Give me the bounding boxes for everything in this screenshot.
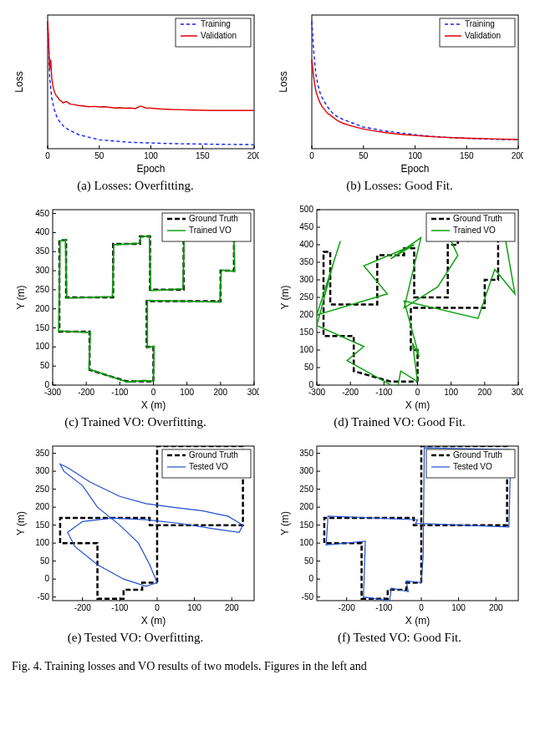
caption-a: (a) Losses: Overfitting. xyxy=(77,179,194,193)
svg-text:Tested VO: Tested VO xyxy=(189,462,228,471)
svg-text:200: 200 xyxy=(299,502,313,511)
svg-text:Training: Training xyxy=(201,19,231,28)
svg-text:200: 200 xyxy=(511,151,522,160)
caption-d: (d) Trained VO: Good Fit. xyxy=(334,415,466,429)
svg-text:-100: -100 xyxy=(111,603,128,612)
svg-text:-50: -50 xyxy=(301,592,313,601)
svg-text:150: 150 xyxy=(35,520,49,530)
caption-b: (b) Losses: Good Fit. xyxy=(346,179,453,193)
svg-text:100: 100 xyxy=(299,345,313,354)
svg-text:X (m): X (m) xyxy=(140,399,165,411)
svg-text:250: 250 xyxy=(299,485,313,494)
svg-text:500: 500 xyxy=(299,205,313,214)
svg-text:300: 300 xyxy=(299,466,313,475)
svg-text:100: 100 xyxy=(451,603,466,612)
svg-text:-50: -50 xyxy=(37,592,49,601)
svg-text:50: 50 xyxy=(39,556,49,566)
svg-text:Y (m): Y (m) xyxy=(279,511,291,535)
svg-text:Epoch: Epoch xyxy=(136,163,165,175)
caption-e: (e) Tested VO: Overfitting. xyxy=(68,631,204,645)
svg-text:-200: -200 xyxy=(74,603,90,612)
svg-text:Loss: Loss xyxy=(278,71,289,92)
svg-text:250: 250 xyxy=(35,485,49,494)
svg-text:-100: -100 xyxy=(111,388,128,397)
svg-text:0: 0 xyxy=(309,151,314,160)
panel-e: -200-1000100200-50050100150200250300350X… xyxy=(8,439,262,653)
svg-text:200: 200 xyxy=(213,388,227,397)
svg-text:200: 200 xyxy=(488,603,502,612)
svg-text:-200: -200 xyxy=(78,388,94,397)
svg-text:300: 300 xyxy=(35,466,49,475)
svg-text:Ground Truth: Ground Truth xyxy=(189,214,238,223)
svg-text:50: 50 xyxy=(303,363,313,372)
svg-text:150: 150 xyxy=(35,323,49,332)
svg-text:Validation: Validation xyxy=(465,31,501,40)
panel-f: -200-1000100200-50050100150200250300350X… xyxy=(273,439,527,653)
svg-text:Loss: Loss xyxy=(13,71,25,92)
svg-text:150: 150 xyxy=(195,151,209,160)
svg-text:0: 0 xyxy=(150,388,155,397)
svg-text:Training: Training xyxy=(465,19,495,28)
svg-text:200: 200 xyxy=(299,310,313,319)
svg-text:X (m): X (m) xyxy=(405,399,429,411)
svg-text:100: 100 xyxy=(299,538,313,547)
svg-text:400: 400 xyxy=(35,227,49,236)
svg-text:X (m): X (m) xyxy=(405,615,429,627)
caption-c: (c) Trained VO: Overfitting. xyxy=(64,415,206,429)
panel-a: 050100150200EpochLossTrainingValidation … xyxy=(8,8,262,201)
svg-text:Epoch: Epoch xyxy=(400,163,429,175)
svg-text:100: 100 xyxy=(408,151,422,160)
svg-text:100: 100 xyxy=(144,151,158,160)
svg-text:50: 50 xyxy=(303,556,313,566)
caption-f: (f) Tested VO: Good Fit. xyxy=(338,631,461,645)
svg-text:400: 400 xyxy=(299,240,313,249)
chart-loss-overfit: 050100150200EpochLossTrainingValidation xyxy=(13,8,259,175)
svg-text:0: 0 xyxy=(419,603,424,612)
svg-text:50: 50 xyxy=(39,361,49,370)
svg-text:300: 300 xyxy=(247,388,258,397)
svg-text:0: 0 xyxy=(308,574,313,583)
panel-c: -300-200-1000100200300050100150200250300… xyxy=(8,203,262,438)
svg-text:-100: -100 xyxy=(375,603,392,612)
svg-text:Ground Truth: Ground Truth xyxy=(453,450,502,459)
chart-tested-goodfit: -200-1000100200-50050100150200250300350X… xyxy=(277,439,523,627)
svg-text:Ground Truth: Ground Truth xyxy=(189,450,238,459)
svg-text:0: 0 xyxy=(44,380,49,389)
svg-text:150: 150 xyxy=(299,327,313,337)
svg-text:450: 450 xyxy=(35,209,49,218)
panel-b: 050100150200EpochLossTrainingValidation … xyxy=(273,8,527,201)
svg-text:Y (m): Y (m) xyxy=(15,511,27,535)
svg-text:0: 0 xyxy=(155,603,160,612)
svg-text:450: 450 xyxy=(299,222,313,231)
svg-text:0: 0 xyxy=(415,388,420,397)
panel-d: -300-200-1000100200300050100150200250300… xyxy=(273,203,527,438)
svg-text:0: 0 xyxy=(44,574,49,583)
svg-text:Validation: Validation xyxy=(201,31,237,40)
svg-text:200: 200 xyxy=(247,151,258,160)
svg-text:200: 200 xyxy=(35,502,49,511)
svg-text:250: 250 xyxy=(35,285,49,294)
svg-text:Tested VO: Tested VO xyxy=(453,462,492,471)
svg-text:350: 350 xyxy=(35,449,49,458)
svg-text:50: 50 xyxy=(94,151,104,160)
svg-text:150: 150 xyxy=(459,151,473,160)
chart-tested-overfit: -200-1000100200-50050100150200250300350X… xyxy=(13,439,259,627)
svg-text:350: 350 xyxy=(299,449,313,458)
svg-text:150: 150 xyxy=(299,520,313,530)
chart-trained-overfit: -300-200-1000100200300050100150200250300… xyxy=(13,203,259,412)
svg-text:-200: -200 xyxy=(338,603,354,612)
svg-text:50: 50 xyxy=(359,151,369,160)
svg-text:350: 350 xyxy=(35,246,49,256)
chart-loss-goodfit: 050100150200EpochLossTrainingValidation xyxy=(277,8,523,175)
svg-text:-200: -200 xyxy=(342,388,359,397)
svg-text:X (m): X (m) xyxy=(140,615,165,627)
svg-text:200: 200 xyxy=(35,304,49,313)
svg-text:100: 100 xyxy=(35,538,49,547)
figure-main-caption: Fig. 4. Training losses and VO results o… xyxy=(8,660,527,673)
svg-text:0: 0 xyxy=(45,151,50,160)
chart-trained-goodfit: -300-200-1000100200300050100150200250300… xyxy=(277,203,523,412)
svg-text:Ground Truth: Ground Truth xyxy=(453,214,502,223)
svg-text:Y (m): Y (m) xyxy=(279,285,291,309)
svg-text:100: 100 xyxy=(35,342,49,351)
svg-text:250: 250 xyxy=(299,292,313,302)
